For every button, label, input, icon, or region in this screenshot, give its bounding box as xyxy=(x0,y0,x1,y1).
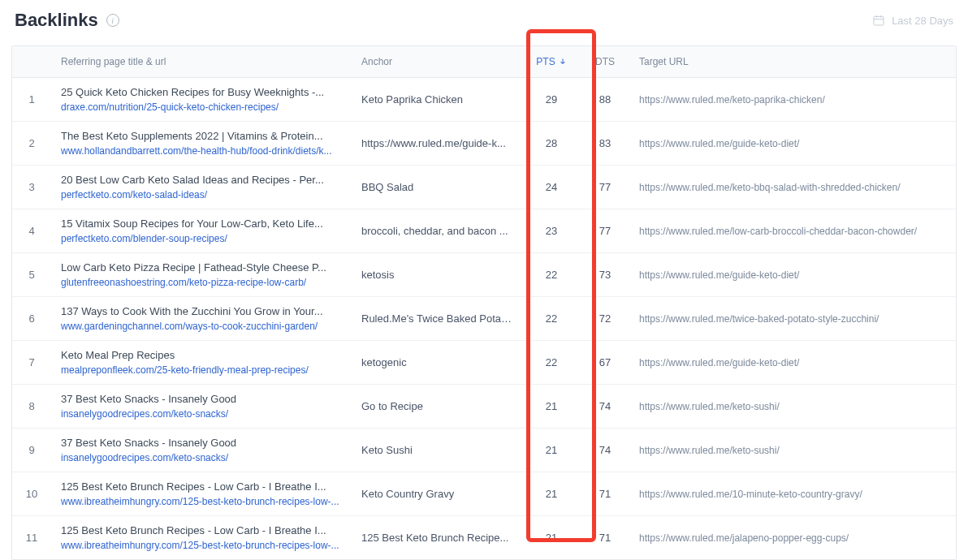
row-index: 10 xyxy=(12,472,51,516)
referring-url[interactable]: www.gardeningchannel.com/ways-to-cook-zu… xyxy=(61,321,342,332)
calendar-icon xyxy=(872,14,885,27)
referring-cell: 37 Best Keto Snacks - Insanely Goodinsan… xyxy=(51,385,352,429)
col-header-referring[interactable]: Referring page title & url xyxy=(51,46,352,78)
referring-title[interactable]: Low Carb Keto Pizza Recipe | Fathead-Sty… xyxy=(61,261,342,274)
referring-title[interactable]: 125 Best Keto Brunch Recipes - Low Carb … xyxy=(61,524,342,536)
anchor-cell: Go to Recipe xyxy=(352,385,522,429)
pts-cell: 23 xyxy=(522,209,581,253)
row-index: 6 xyxy=(12,297,51,341)
anchor-cell: broccoli, cheddar, and bacon ... xyxy=(352,209,522,253)
referring-title[interactable]: 125 Best Keto Brunch Recipes - Low Carb … xyxy=(61,480,342,493)
target-url[interactable]: https://www.ruled.me/twice-baked-potato-… xyxy=(639,313,946,325)
pts-cell: 21 xyxy=(522,516,581,560)
referring-url[interactable]: insanelygoodrecipes.com/keto-snacks/ xyxy=(61,452,342,463)
target-url[interactable]: https://www.ruled.me/10-minute-keto-coun… xyxy=(639,489,946,500)
referring-title[interactable]: Keto Meal Prep Recipes xyxy=(61,349,342,361)
referring-cell: The Best Keto Supplements 2022 | Vitamin… xyxy=(51,122,352,166)
anchor-text: Keto Paprika Chicken xyxy=(361,93,512,106)
target-url[interactable]: https://www.ruled.me/guide-keto-diet/ xyxy=(639,269,946,281)
table-row: 837 Best Keto Snacks - Insanely Goodinsa… xyxy=(12,385,956,429)
row-index: 9 xyxy=(12,429,51,472)
col-header-dts[interactable]: DTS xyxy=(581,46,629,78)
target-cell: https://www.ruled.me/keto-sushi/ xyxy=(629,385,956,429)
anchor-text: ketosis xyxy=(361,269,512,281)
col-header-pts[interactable]: PTS xyxy=(522,46,581,78)
anchor-cell: Keto Sushi xyxy=(352,429,522,472)
pts-cell: 22 xyxy=(522,341,581,385)
table-row: 7Keto Meal Prep Recipesmealpreponfleek.c… xyxy=(12,341,956,385)
dts-cell: 67 xyxy=(581,341,629,385)
dts-cell: 77 xyxy=(581,166,629,209)
col-header-anchor[interactable]: Anchor xyxy=(352,46,522,78)
table-row: 320 Best Low Carb Keto Salad Ideas and R… xyxy=(12,166,956,209)
referring-title[interactable]: The Best Keto Supplements 2022 | Vitamin… xyxy=(61,130,342,142)
target-cell: https://www.ruled.me/guide-keto-diet/ xyxy=(629,253,956,297)
anchor-cell: https://www.ruled.me/guide-k... xyxy=(352,122,522,166)
target-url[interactable]: https://www.ruled.me/jalapeno-popper-egg… xyxy=(639,532,946,544)
table-row: 937 Best Keto Snacks - Insanely Goodinsa… xyxy=(12,429,956,472)
dts-cell: 73 xyxy=(581,253,629,297)
row-index: 5 xyxy=(12,253,51,297)
dts-cell: 83 xyxy=(581,122,629,166)
anchor-text: broccoli, cheddar, and bacon ... xyxy=(361,225,512,237)
target-url[interactable]: https://www.ruled.me/keto-sushi/ xyxy=(639,445,946,456)
referring-url[interactable]: www.ibreatheimhungry.com/125-best-keto-b… xyxy=(61,540,342,551)
pts-cell: 21 xyxy=(522,472,581,516)
target-url[interactable]: https://www.ruled.me/guide-keto-diet/ xyxy=(639,138,946,149)
table-row: 415 Vitamix Soup Recipes for Your Low-Ca… xyxy=(12,209,956,253)
referring-url[interactable]: www.hollandandbarrett.com/the-health-hub… xyxy=(61,145,342,157)
row-index: 4 xyxy=(12,209,51,253)
referring-title[interactable]: 137 Ways to Cook With the Zucchini You G… xyxy=(61,305,342,317)
referring-url[interactable]: glutenfreeonashoestring.com/keto-pizza-r… xyxy=(61,277,342,288)
referring-title[interactable]: 37 Best Keto Snacks - Insanely Good xyxy=(61,437,342,449)
pts-cell: 24 xyxy=(522,166,581,209)
referring-title[interactable]: 25 Quick Keto Chicken Recipes for Busy W… xyxy=(61,86,342,98)
anchor-cell: BBQ Salad xyxy=(352,166,522,209)
dts-cell: 88 xyxy=(581,78,629,122)
pts-cell: 21 xyxy=(522,385,581,429)
target-url[interactable]: https://www.ruled.me/guide-keto-diet/ xyxy=(639,357,946,368)
info-icon[interactable]: i xyxy=(106,14,119,27)
table-row: 11125 Best Keto Brunch Recipes - Low Car… xyxy=(12,516,956,560)
dts-cell: 71 xyxy=(581,472,629,516)
target-url[interactable]: https://www.ruled.me/keto-bbq-salad-with… xyxy=(639,182,946,193)
table-row: 5Low Carb Keto Pizza Recipe | Fathead-St… xyxy=(12,253,956,297)
referring-url[interactable]: insanelygoodrecipes.com/keto-snacks/ xyxy=(61,408,342,420)
referring-cell: Keto Meal Prep Recipesmealpreponfleek.co… xyxy=(51,341,352,385)
col-header-target[interactable]: Target URL xyxy=(629,46,956,78)
referring-url[interactable]: perfectketo.com/keto-salad-ideas/ xyxy=(61,189,342,200)
anchor-text: 125 Best Keto Brunch Recipe... xyxy=(361,532,512,544)
date-range-picker[interactable]: Last 28 Days xyxy=(872,14,953,27)
referring-url[interactable]: draxe.com/nutrition/25-quick-keto-chicke… xyxy=(61,101,342,113)
referring-title[interactable]: 20 Best Low Carb Keto Salad Ideas and Re… xyxy=(61,174,342,186)
target-cell: https://www.ruled.me/low-carb-broccoli-c… xyxy=(629,209,956,253)
pts-cell: 22 xyxy=(522,253,581,297)
target-url[interactable]: https://www.ruled.me/low-carb-broccoli-c… xyxy=(639,226,946,237)
referring-url[interactable]: mealpreponfleek.com/25-keto-friendly-mea… xyxy=(61,364,342,376)
dts-cell: 74 xyxy=(581,429,629,472)
target-cell: https://www.ruled.me/10-minute-keto-coun… xyxy=(629,472,956,516)
dts-cell: 77 xyxy=(581,209,629,253)
anchor-text: Keto Sushi xyxy=(361,444,512,456)
target-url[interactable]: https://www.ruled.me/keto-sushi/ xyxy=(639,401,946,412)
referring-cell: 15 Vitamix Soup Recipes for Your Low-Car… xyxy=(51,209,352,253)
referring-url[interactable]: perfectketo.com/blender-soup-recipes/ xyxy=(61,233,342,244)
referring-url[interactable]: www.ibreatheimhungry.com/125-best-keto-b… xyxy=(61,496,342,507)
row-index: 2 xyxy=(12,122,51,166)
target-cell: https://www.ruled.me/keto-sushi/ xyxy=(629,429,956,472)
dts-cell: 74 xyxy=(581,385,629,429)
referring-title[interactable]: 15 Vitamix Soup Recipes for Your Low-Car… xyxy=(61,218,342,230)
referring-cell: 137 Ways to Cook With the Zucchini You G… xyxy=(51,297,352,341)
pts-cell: 29 xyxy=(522,78,581,122)
row-index: 3 xyxy=(12,166,51,209)
table-row: 6137 Ways to Cook With the Zucchini You … xyxy=(12,297,956,341)
target-url[interactable]: https://www.ruled.me/keto-paprika-chicke… xyxy=(639,94,946,106)
anchor-cell: Ruled.Me's Twice Baked Potat... xyxy=(352,297,522,341)
referring-title[interactable]: 37 Best Keto Snacks - Insanely Good xyxy=(61,393,342,405)
target-cell: https://www.ruled.me/keto-paprika-chicke… xyxy=(629,78,956,122)
page-title: Backlinks xyxy=(15,10,98,31)
anchor-cell: ketogenic xyxy=(352,341,522,385)
backlinks-table: Referring page title & url Anchor PTS xyxy=(12,46,956,559)
table-row: 2The Best Keto Supplements 2022 | Vitami… xyxy=(12,122,956,166)
referring-cell: 125 Best Keto Brunch Recipes - Low Carb … xyxy=(51,472,352,516)
